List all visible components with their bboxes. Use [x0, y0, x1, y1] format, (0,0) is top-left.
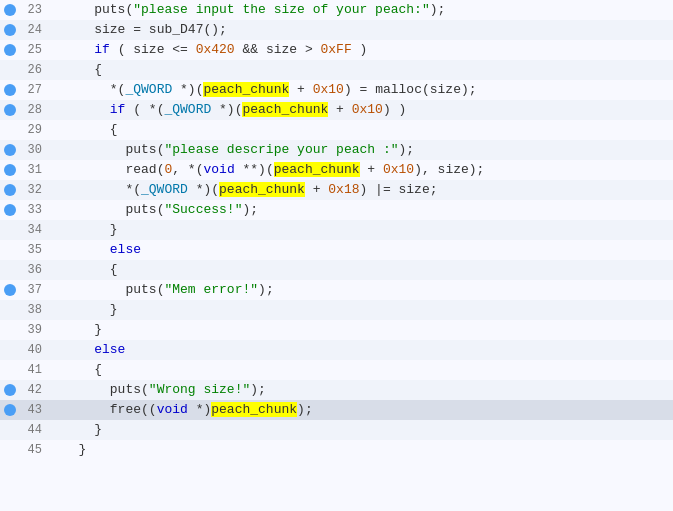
linenum-32: 32	[20, 180, 42, 200]
code-line-25: 25 if ( size <= 0x420 && size > 0xFF )	[0, 40, 673, 60]
gutter-28: 28	[0, 100, 55, 120]
code-line-30: 30 puts("please descripe your peach :");	[0, 140, 673, 160]
content-41: {	[55, 360, 673, 380]
gutter-29: 29	[0, 120, 55, 140]
breakpoint-37[interactable]	[4, 284, 16, 296]
gutter-26: 26	[0, 60, 55, 80]
content-24: size = sub_D47();	[55, 20, 673, 40]
gutter-24: 24	[0, 20, 55, 40]
linenum-27: 27	[20, 80, 42, 100]
linenum-23: 23	[20, 0, 42, 20]
content-45: }	[55, 440, 673, 460]
code-line-39: 39 }	[0, 320, 673, 340]
gutter-35: 35	[0, 240, 55, 260]
breakpoint-32[interactable]	[4, 184, 16, 196]
code-line-31: 31 read(0, *(void **)(peach_chunk + 0x10…	[0, 160, 673, 180]
gutter-34: 34	[0, 220, 55, 240]
no-bp-44	[4, 424, 16, 436]
breakpoint-23[interactable]	[4, 4, 16, 16]
code-line-43: 43 free((void *)peach_chunk);	[0, 400, 673, 420]
breakpoint-28[interactable]	[4, 104, 16, 116]
code-line-23: 23 puts("please input the size of your p…	[0, 0, 673, 20]
code-line-38: 38 }	[0, 300, 673, 320]
content-39: }	[55, 320, 673, 340]
content-34: }	[55, 220, 673, 240]
gutter-30: 30	[0, 140, 55, 160]
gutter-32: 32	[0, 180, 55, 200]
gutter-41: 41	[0, 360, 55, 380]
breakpoint-27[interactable]	[4, 84, 16, 96]
linenum-33: 33	[20, 200, 42, 220]
gutter-37: 37	[0, 280, 55, 300]
code-line-42: 42 puts("Wrong size!");	[0, 380, 673, 400]
code-line-24: 24 size = sub_D47();	[0, 20, 673, 40]
content-44: }	[55, 420, 673, 440]
code-line-36: 36 {	[0, 260, 673, 280]
breakpoint-25[interactable]	[4, 44, 16, 56]
gutter-31: 31	[0, 160, 55, 180]
linenum-41: 41	[20, 360, 42, 380]
breakpoint-33[interactable]	[4, 204, 16, 216]
content-30: puts("please descripe your peach :");	[55, 140, 673, 160]
content-38: }	[55, 300, 673, 320]
gutter-39: 39	[0, 320, 55, 340]
content-32: *(_QWORD *)(peach_chunk + 0x18) |= size;	[55, 180, 673, 200]
no-bp-35	[4, 244, 16, 256]
linenum-29: 29	[20, 120, 42, 140]
linenum-26: 26	[20, 60, 42, 80]
content-28: if ( *(_QWORD *)(peach_chunk + 0x10) )	[55, 100, 673, 120]
linenum-42: 42	[20, 380, 42, 400]
code-line-45: 45 }	[0, 440, 673, 460]
linenum-36: 36	[20, 260, 42, 280]
no-bp-26	[4, 64, 16, 76]
linenum-40: 40	[20, 340, 42, 360]
linenum-37: 37	[20, 280, 42, 300]
linenum-34: 34	[20, 220, 42, 240]
content-35: else	[55, 240, 673, 260]
no-bp-34	[4, 224, 16, 236]
linenum-28: 28	[20, 100, 42, 120]
code-line-37: 37 puts("Mem error!");	[0, 280, 673, 300]
linenum-24: 24	[20, 20, 42, 40]
code-line-32: 32 *(_QWORD *)(peach_chunk + 0x18) |= si…	[0, 180, 673, 200]
content-43: free((void *)peach_chunk);	[55, 400, 673, 420]
linenum-39: 39	[20, 320, 42, 340]
linenum-45: 45	[20, 440, 42, 460]
content-33: puts("Success!");	[55, 200, 673, 220]
content-37: puts("Mem error!");	[55, 280, 673, 300]
breakpoint-43[interactable]	[4, 404, 16, 416]
code-line-33: 33 puts("Success!");	[0, 200, 673, 220]
content-36: {	[55, 260, 673, 280]
no-bp-41	[4, 364, 16, 376]
breakpoint-30[interactable]	[4, 144, 16, 156]
code-line-34: 34 }	[0, 220, 673, 240]
no-bp-36	[4, 264, 16, 276]
content-23: puts("please input the size of your peac…	[55, 0, 673, 20]
code-line-26: 26 {	[0, 60, 673, 80]
no-bp-39	[4, 324, 16, 336]
content-29: {	[55, 120, 673, 140]
gutter-27: 27	[0, 80, 55, 100]
content-42: puts("Wrong size!");	[55, 380, 673, 400]
content-31: read(0, *(void **)(peach_chunk + 0x10), …	[55, 160, 673, 180]
code-line-27: 27 *(_QWORD *)(peach_chunk + 0x10) = mal…	[0, 80, 673, 100]
code-line-44: 44 }	[0, 420, 673, 440]
code-line-35: 35 else	[0, 240, 673, 260]
linenum-44: 44	[20, 420, 42, 440]
no-bp-38	[4, 304, 16, 316]
gutter-44: 44	[0, 420, 55, 440]
linenum-35: 35	[20, 240, 42, 260]
gutter-42: 42	[0, 380, 55, 400]
breakpoint-31[interactable]	[4, 164, 16, 176]
breakpoint-24[interactable]	[4, 24, 16, 36]
gutter-33: 33	[0, 200, 55, 220]
content-26: {	[55, 60, 673, 80]
no-bp-45	[4, 444, 16, 456]
gutter-45: 45	[0, 440, 55, 460]
linenum-25: 25	[20, 40, 42, 60]
gutter-23: 23	[0, 0, 55, 20]
breakpoint-42[interactable]	[4, 384, 16, 396]
linenum-38: 38	[20, 300, 42, 320]
content-40: else	[55, 340, 673, 360]
gutter-36: 36	[0, 260, 55, 280]
